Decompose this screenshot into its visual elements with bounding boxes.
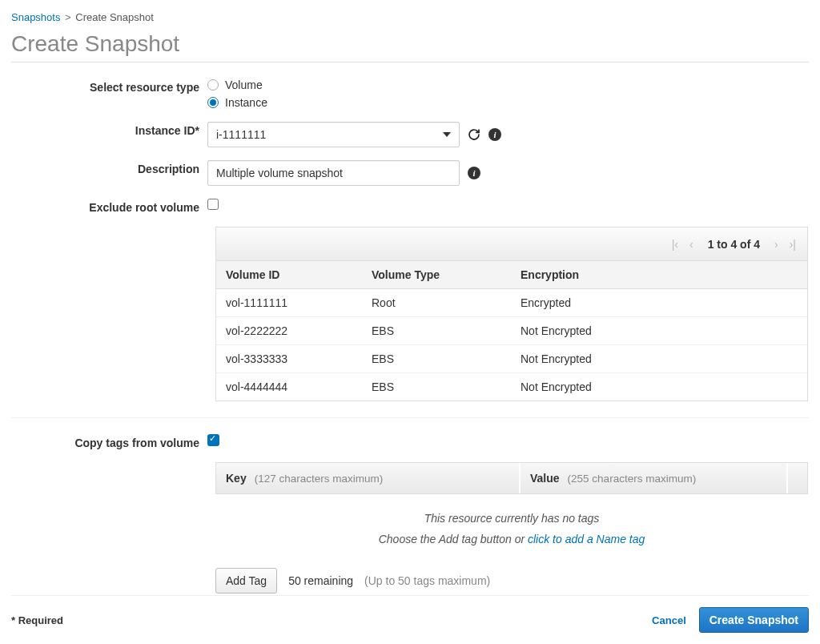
pager-text: 1 to 4 of 4 [708,238,760,251]
radio-volume[interactable]: Volume [207,78,267,91]
tags-empty-message: This resource currently has no tags [215,512,808,525]
table-row: vol-2222222 EBS Not Encrypted [216,317,807,345]
exclude-root-checkbox[interactable] [207,199,219,210]
cell-volume-id: vol-3333333 [216,345,362,372]
cell-volume-type: Root [362,289,511,316]
pager-prev-icon[interactable]: ‹ [688,238,695,251]
cell-encryption: Not Encrypted [511,345,807,372]
tags-key-hint: (127 characters maximum) [255,473,384,485]
table-row: vol-1111111 Root Encrypted [216,289,807,317]
section-separator [11,417,809,418]
radio-instance-input[interactable] [207,97,219,108]
pager-first-icon[interactable]: |‹ [670,238,680,251]
breadcrumb-separator: > [65,11,71,23]
copy-tags-checkbox[interactable] [207,434,219,446]
chevron-down-icon [443,132,451,137]
label-resource-type: Select resource type [11,78,207,94]
volumes-table: |‹ ‹ 1 to 4 of 4 › ›| Volume ID Volume T… [215,227,808,401]
description-input[interactable]: Multiple volume snapshot [207,160,460,186]
refresh-icon [468,128,480,141]
radio-instance-label: Instance [225,96,267,109]
col-header-volume-id: Volume ID [216,261,362,288]
instance-id-value: i-1111111 [216,128,266,141]
tags-empty-area: This resource currently has no tags Choo… [215,494,808,553]
tags-value-hint: (255 characters maximum) [568,473,697,485]
cell-volume-id: vol-1111111 [216,289,362,316]
cell-encryption: Not Encrypted [511,373,807,400]
resource-type-radio-group: Volume Instance [207,78,267,109]
instance-id-select[interactable]: i-1111111 [207,122,460,147]
table-row: vol-3333333 EBS Not Encrypted [216,345,807,373]
info-icon[interactable]: i [468,167,480,179]
cell-volume-type: EBS [362,373,511,400]
label-instance-id: Instance ID* [11,122,207,137]
col-header-encryption: Encryption [511,261,807,288]
breadcrumb-current: Create Snapshot [75,11,154,23]
cell-volume-id: vol-4444444 [216,373,362,400]
cell-volume-type: EBS [362,345,511,372]
table-row: vol-4444444 EBS Not Encrypted [216,373,807,400]
breadcrumb: Snapshots > Create Snapshot [11,11,809,23]
cancel-button[interactable]: Cancel [652,614,686,626]
page-footer: * Required Cancel Create Snapshot [11,595,809,633]
breadcrumb-root-link[interactable]: Snapshots [11,11,60,23]
radio-volume-input[interactable] [207,79,219,91]
label-description: Description [11,160,207,175]
radio-volume-label: Volume [225,78,263,91]
refresh-button[interactable] [468,128,480,141]
radio-instance[interactable]: Instance [207,96,267,109]
cell-encryption: Not Encrypted [511,317,807,344]
tags-remaining: 50 remaining [288,574,353,587]
add-name-tag-link[interactable]: click to add a Name tag [528,533,645,545]
cell-encryption: Encrypted [511,289,807,316]
tags-choose-text: Choose the Add tag button or [379,533,528,545]
create-snapshot-button[interactable]: Create Snapshot [699,607,809,633]
label-exclude-root: Exclude root volume [11,199,207,214]
required-note: * Required [11,614,63,626]
tags-header: Key (127 characters maximum) Value (255 … [215,462,808,494]
description-value: Multiple volume snapshot [216,167,343,179]
page-title: Create Snapshot [11,31,809,62]
add-tag-button[interactable]: Add Tag [215,568,277,594]
tags-key-label: Key [226,472,247,485]
volumes-header-row: Volume ID Volume Type Encryption [216,261,807,289]
cell-volume-type: EBS [362,317,511,344]
pager-next-icon[interactable]: › [773,238,780,251]
label-copy-tags: Copy tags from volume [11,434,207,449]
tags-max-hint: (Up to 50 tags maximum) [364,574,490,587]
col-header-volume-type: Volume Type [362,261,511,288]
volumes-pager: |‹ ‹ 1 to 4 of 4 › ›| [216,227,807,261]
tags-value-label: Value [530,472,560,485]
cell-volume-id: vol-2222222 [216,317,362,344]
info-icon[interactable]: i [488,128,501,141]
pager-last-icon[interactable]: ›| [788,238,798,251]
